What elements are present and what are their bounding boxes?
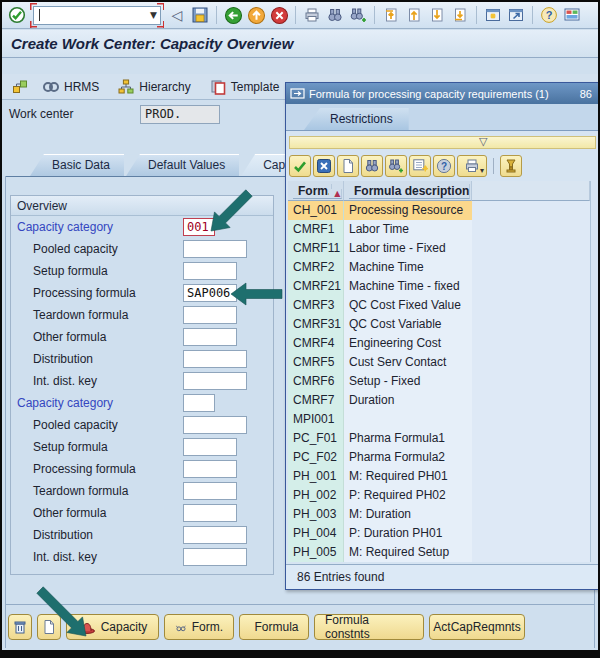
teardown-formula-field[interactable] (183, 306, 237, 324)
table-row[interactable]: PH_005M: Required Setup (288, 543, 590, 562)
formula-description-cell: P: Duration PH01 (344, 524, 472, 543)
int-dist-key-field[interactable] (183, 548, 247, 566)
table-row[interactable]: CMRF1Labor Time (288, 220, 590, 239)
tab-restrictions[interactable]: Restrictions (304, 108, 409, 130)
back-small-icon[interactable]: ◁ (167, 5, 187, 25)
pooled-capacity-field[interactable] (183, 416, 247, 434)
dialog-tab-row: Restrictions (286, 104, 599, 131)
capacity-button[interactable]: Capacity (66, 614, 159, 640)
next-page-icon[interactable] (427, 5, 447, 25)
setup-formula-field[interactable] (183, 262, 237, 280)
capacity-category-field[interactable]: 001 (183, 218, 215, 236)
capacity-category-label: Capacity category (11, 396, 113, 410)
last-page-icon[interactable] (450, 5, 470, 25)
print-icon[interactable] (302, 5, 322, 25)
int-dist-key-field[interactable] (183, 372, 247, 390)
other-formula-field[interactable] (183, 328, 237, 346)
dialog-title: Formula for processing capacity requirem… (309, 88, 574, 100)
table-row[interactable]: PH_003M: Duration (288, 505, 590, 524)
cancel-button[interactable] (313, 155, 335, 177)
tab-basic-data[interactable]: Basic Data (30, 154, 124, 176)
previous-page-icon[interactable] (404, 5, 424, 25)
back-icon[interactable] (223, 5, 243, 25)
save-icon[interactable] (190, 5, 210, 25)
setup-formula-label: Setup formula (11, 264, 108, 278)
hrms-button[interactable]: HRMS (36, 78, 105, 96)
delete-button[interactable] (8, 614, 32, 640)
int-dist-key-label: Int. dist. key (11, 374, 97, 388)
dialog-title-bar[interactable]: Formula for processing capacity requirem… (286, 83, 599, 104)
table-row[interactable]: PH_002P: Required PH02 (288, 486, 590, 505)
first-page-icon[interactable] (381, 5, 401, 25)
formula-constants-button[interactable]: Formula constnts (314, 614, 424, 640)
processing-formula-field[interactable] (183, 460, 237, 478)
personal-value-list-button[interactable] (500, 155, 522, 177)
table-row[interactable]: CMRF31QC Cost Variable (288, 315, 590, 334)
formula-code-cell: PC_F01 (288, 429, 344, 448)
table-row[interactable]: CMRF5Cust Serv Contact (288, 353, 590, 372)
cancel-icon[interactable] (269, 5, 289, 25)
tab-default-values[interactable]: Default Values (126, 154, 239, 176)
new-session-icon[interactable] (483, 5, 503, 25)
find-next-icon[interactable] (348, 5, 368, 25)
exit-icon[interactable] (246, 5, 266, 25)
work-center-icon[interactable] (10, 77, 30, 97)
continue-button[interactable] (289, 155, 311, 177)
table-row[interactable]: CMRF4Engineering Cost (288, 334, 590, 353)
processing-formula-field[interactable]: SAP006 (183, 284, 237, 302)
value-help-table: Form.▲ Formula description CH_001Process… (288, 181, 591, 562)
filter-icon[interactable]: ▽ (479, 135, 487, 148)
filter-band[interactable]: ▽ (289, 136, 596, 149)
dialog-icon (290, 87, 305, 100)
create-button[interactable] (37, 614, 61, 640)
formula-button[interactable]: Formula (239, 614, 309, 640)
table-row[interactable]: PC_F01Pharma Formula1 (288, 429, 590, 448)
teardown-formula-field[interactable] (183, 482, 237, 500)
table-row[interactable]: MPI001 (288, 410, 590, 429)
personal-value-list-icon (503, 158, 519, 174)
hierarchy-button[interactable]: Hierarchy (111, 76, 196, 98)
form-button[interactable]: Form. (164, 614, 234, 640)
formula-code-cell: PH_004 (288, 524, 344, 543)
table-row[interactable]: CMRF7Duration (288, 391, 590, 410)
table-row[interactable]: CMRF6Setup - Fixed (288, 372, 590, 391)
new-button[interactable] (337, 155, 359, 177)
multiple-selection-button[interactable] (409, 155, 431, 177)
distribution-field[interactable] (183, 350, 247, 368)
create-shortcut-icon[interactable] (506, 5, 526, 25)
find-next-button[interactable] (385, 155, 407, 177)
table-row[interactable]: CMRF11Labor time - Fixed (288, 239, 590, 258)
print-dropdown-icon[interactable]: ▾ (480, 166, 484, 175)
find-icon (364, 158, 380, 174)
table-row[interactable]: CMRF3QC Cost Fixed Value (288, 296, 590, 315)
capacity-category-field[interactable] (183, 394, 215, 412)
help-icon: ? (436, 158, 452, 174)
command-field[interactable]: ▼ (33, 6, 161, 25)
find-icon[interactable] (325, 5, 345, 25)
print-button[interactable]: ▾ (457, 155, 487, 177)
column-header-form[interactable]: Form.▲ (288, 181, 344, 201)
table-row[interactable]: PC_F02Pharma Formula2 (288, 448, 590, 467)
work-center-field[interactable]: PROD. (140, 105, 220, 124)
act-cap-reqmnts-button[interactable]: ActCapReqmnts (429, 614, 525, 640)
enter-icon[interactable] (7, 5, 27, 25)
help-button[interactable]: ? (433, 155, 455, 177)
table-row[interactable]: PH_001M: Required PH01 (288, 467, 590, 486)
distribution-field[interactable] (183, 526, 247, 544)
other-formula-field[interactable] (183, 504, 237, 522)
table-row[interactable]: CH_001Processing Resource (288, 201, 590, 220)
find-button[interactable] (361, 155, 383, 177)
table-row[interactable]: CMRF2Machine Time (288, 258, 590, 277)
help-icon[interactable]: ? (539, 5, 559, 25)
template-button[interactable]: Template (203, 76, 286, 98)
table-row[interactable]: CMRF21Machine Time - fixed (288, 277, 590, 296)
formula-description-cell: Cust Serv Contact (344, 353, 472, 372)
table-row[interactable]: PH_004P: Duration PH01 (288, 524, 590, 543)
svg-text:?: ? (546, 9, 553, 21)
customize-layout-icon[interactable] (562, 5, 582, 25)
pooled-capacity-field[interactable] (183, 240, 247, 258)
system-toolbar: ▼ ◁ (2, 2, 598, 29)
setup-formula-field[interactable] (183, 438, 237, 456)
column-header-description[interactable]: Formula description (344, 181, 472, 201)
chevron-down-icon[interactable]: ▼ (150, 10, 157, 20)
